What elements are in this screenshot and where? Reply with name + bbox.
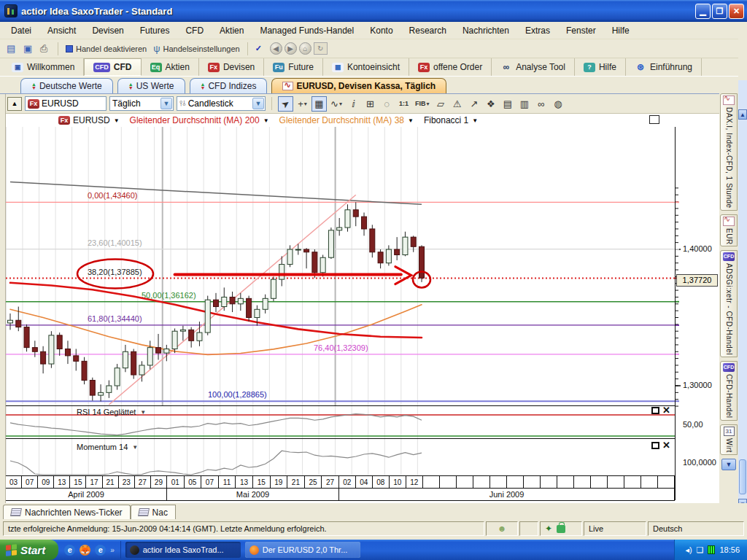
menu-fenster[interactable]: Fenster xyxy=(558,23,604,38)
print-icon[interactable]: ⎙ xyxy=(38,42,53,56)
indicator-icon[interactable]: ∿▾ xyxy=(328,96,344,112)
minimize-button[interactable]: ▁ xyxy=(695,4,711,19)
legend-gleitender-durchschnitt-ma-38[interactable]: Gleitender Durchschnitt (MA) 38▼ xyxy=(279,115,414,125)
layers-icon[interactable]: ❖ xyxy=(483,96,498,112)
task-actior-idea-saxotrad[interactable]: actior Idea SaxoTrad... xyxy=(125,542,241,558)
eraser-icon[interactable]: ▱ xyxy=(433,96,448,112)
fibonacci-icon[interactable]: FIB▾ xyxy=(413,96,432,112)
link-icon[interactable]: ∞ xyxy=(533,96,549,112)
zoom-icon[interactable]: ◌ xyxy=(379,96,395,112)
copy-image-icon[interactable]: ▥ xyxy=(516,96,532,112)
alert-draw-icon[interactable]: ⚠ xyxy=(449,96,465,112)
module-tab-einf-hrung[interactable]: ⊛Einführung xyxy=(626,58,702,76)
scroll-up-icon[interactable]: ▲ xyxy=(738,109,747,120)
module-tab-devisen[interactable]: FxDevisen xyxy=(199,58,264,76)
sidebar-tab-dax-i-index-cfd-1-stunde[interactable]: DAX.I, Index-CFD, 1 Stunde xyxy=(720,93,738,211)
refresh-icon[interactable]: ↻ xyxy=(314,42,328,55)
close-button[interactable]: ✕ xyxy=(729,4,744,19)
back-icon[interactable]: ◀ xyxy=(270,42,282,55)
task-der-eur-usd-2-0-thr[interactable]: Der EUR/USD 2,0 Thr... xyxy=(245,542,360,558)
module-tab-future[interactable]: FuFuture xyxy=(264,58,323,76)
price-chart[interactable]: 0,00(1,43460)23,60(1,40015)38,20(1,37885… xyxy=(6,127,675,405)
news-ticker-tab[interactable]: Nachrichten News-Ticker xyxy=(3,505,131,519)
workspace-tab-cfd-indizes[interactable]: ▲▼CFD Indizes xyxy=(190,78,268,93)
module-tab-analyse-tool[interactable]: ∞Analyse Tool xyxy=(492,58,575,76)
menu-research[interactable]: Research xyxy=(401,23,454,38)
menu-aktien[interactable]: Aktien xyxy=(212,23,252,38)
ie-icon[interactable]: e xyxy=(64,545,75,556)
period-select[interactable]: Täglich ▼ xyxy=(109,96,174,111)
legend-gleitender-durchschnitt-ma-200[interactable]: Gleitender Durchschnitt (MA) 200▼ xyxy=(130,115,269,125)
menu-nachrichten[interactable]: Nachrichten xyxy=(454,23,517,38)
date-tick: 13 xyxy=(236,476,253,488)
chart-window-restore-icon[interactable] xyxy=(649,115,659,124)
one-to-one-icon[interactable]: 1:1 xyxy=(396,96,411,112)
save-image-icon[interactable]: ▤ xyxy=(500,96,515,112)
firefox-icon[interactable]: 🦊 xyxy=(80,545,90,556)
legend-fibonacci-1[interactable]: Fibonacci 1▼ xyxy=(424,115,478,125)
workspace-scrollbar[interactable]: ▲ ▼ xyxy=(738,80,747,518)
collapse-panel-button[interactable]: ▲ xyxy=(7,97,22,111)
menu-managed-funds-handel[interactable]: Managed Funds-Handel xyxy=(252,23,362,38)
info-icon[interactable]: ⅈ xyxy=(346,96,361,112)
grid-icon[interactable]: ▦ xyxy=(311,96,327,112)
news-ticker-tab-2[interactable]: Nac xyxy=(131,505,176,519)
home-icon[interactable]: ⌂ xyxy=(299,42,311,55)
volume-icon[interactable]: ◂) xyxy=(685,545,692,555)
workspace-tab-us-werte[interactable]: ▲▼US Werte xyxy=(117,78,185,93)
menu-konto[interactable]: Konto xyxy=(362,23,400,38)
sidebar-tab-wirt[interactable]: 31Wirt xyxy=(720,424,738,455)
restore-button[interactable]: ❐ xyxy=(712,4,727,19)
module-tab-aktien[interactable]: EqAktien xyxy=(142,58,199,76)
crosshair-icon[interactable]: +▾ xyxy=(295,96,310,112)
menu-futures[interactable]: Futures xyxy=(132,23,178,38)
overflow-chevron-icon[interactable]: » xyxy=(110,546,115,554)
sidebar-scroll-down-icon[interactable]: ▼ xyxy=(721,459,736,470)
date-tick: 02 xyxy=(339,476,356,488)
chevron-down-icon: ▾ xyxy=(304,101,307,107)
start-button[interactable]: Start xyxy=(0,540,58,560)
momentum-label[interactable]: Momentum 14▼ xyxy=(77,443,138,451)
menu-hilfe[interactable]: Hilfe xyxy=(604,23,638,38)
trade-disable-button[interactable]: Handel deaktivieren xyxy=(63,42,149,56)
cursor-icon[interactable]: ➤ xyxy=(278,96,293,112)
browser-icon[interactable]: e xyxy=(95,545,106,556)
sidebar-tab-eur[interactable]: EUR xyxy=(720,214,738,247)
module-tab-hilfe[interactable]: ?Hilfe xyxy=(575,58,626,76)
scrollbar-thumb[interactable] xyxy=(739,459,746,494)
rsi-label[interactable]: RSI 14 Geglättet▼ xyxy=(77,408,146,416)
rsi-close-icon[interactable]: ✕ xyxy=(662,407,670,414)
menu-cfd[interactable]: CFD xyxy=(177,23,212,38)
momentum-restore-icon[interactable] xyxy=(651,442,659,449)
chart-icon xyxy=(723,96,735,105)
trend-arrow-icon[interactable]: ↗ xyxy=(466,96,481,112)
menu-devisen[interactable]: Devisen xyxy=(84,23,131,38)
system-tray: ◂) ❏ 18:56 xyxy=(674,540,747,560)
module-tab-offene-order[interactable]: Fxoffene Order xyxy=(409,58,492,76)
bell-icon[interactable]: ◍ xyxy=(550,96,565,112)
svg-text:23,60(1,40015): 23,60(1,40015) xyxy=(88,238,142,247)
workspace-tab-deutsche-werte[interactable]: ▲▼Deutsche Werte xyxy=(20,78,113,93)
menu-extras[interactable]: Extras xyxy=(517,23,558,38)
momentum-close-icon[interactable]: ✕ xyxy=(662,442,670,449)
forward-icon[interactable]: ▶ xyxy=(285,42,297,55)
module-tab-kontoeinsicht[interactable]: ▦Kontoeinsicht xyxy=(323,58,409,76)
save-icon[interactable]: ▤ xyxy=(4,42,19,56)
confirm-icon[interactable]: ✓ xyxy=(253,42,268,56)
workspace-tab-active[interactable]: EURUSD, Devisen Kassa, Täglich xyxy=(271,78,446,93)
trade-settings-button[interactable]: ψ Handelseinstellungen xyxy=(151,42,241,56)
sidebar-tab-cfd-handel[interactable]: CFDCFD-Handel xyxy=(720,361,738,421)
connection-status-icon[interactable] xyxy=(708,545,715,554)
save-as-icon[interactable]: ▣ xyxy=(21,42,36,56)
legend-eurusd[interactable]: FxEURUSD▼ xyxy=(58,115,120,125)
menu-ansicht[interactable]: Ansicht xyxy=(39,23,84,38)
menu-datei[interactable]: Datei xyxy=(3,23,39,38)
style-select[interactable]: ⫯⫰ Candlestick ▼ xyxy=(177,96,266,111)
sidebar-tab-adsgi-xetr-cfd-handel[interactable]: CFDADSGi:xetr - CFD-Handel xyxy=(720,250,738,357)
symbol-input[interactable]: Fx EURUSD xyxy=(25,96,107,111)
add-panel-icon[interactable]: ⊞ xyxy=(363,96,378,112)
module-tab-cfd[interactable]: CFDCFD xyxy=(84,58,141,76)
rsi-restore-icon[interactable] xyxy=(651,407,659,414)
module-tab-willkommen[interactable]: ▣Willkommen xyxy=(3,58,84,76)
display-icon[interactable]: ❏ xyxy=(697,545,704,555)
